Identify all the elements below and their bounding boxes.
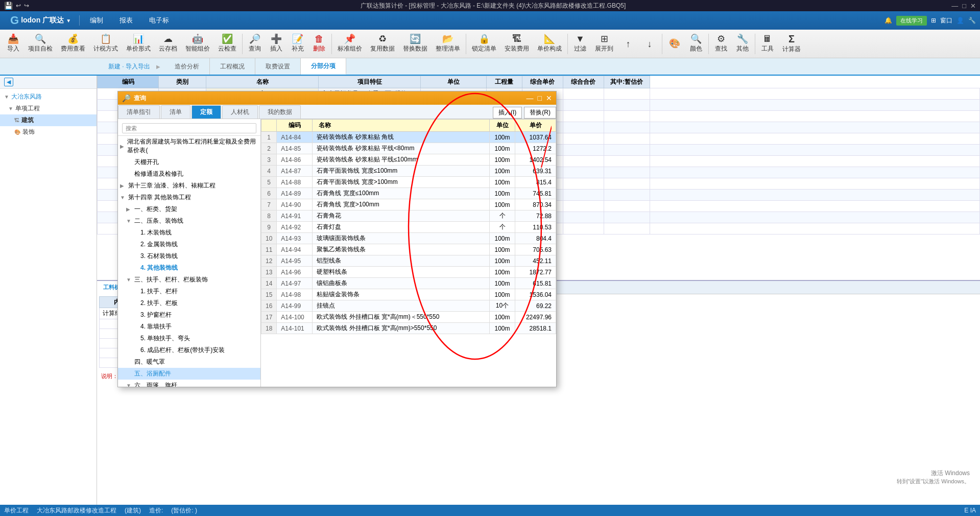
other-btn[interactable]: ⚙ 查找 [711, 32, 731, 56]
reuse-data-btn[interactable]: ♻ 复用数据 [367, 32, 398, 56]
dialog-tree-item[interactable]: 五、浴厕配件 [118, 368, 260, 380]
logo-dropdown[interactable]: ▼ [66, 18, 71, 24]
dialog-tree-item[interactable]: ▼ 三、扶手、栏杆、栏板装饰 [118, 274, 260, 286]
dialog-table-row[interactable]: 3 A14-86 瓷砖装饰线条 砂浆粘贴 平线≤100mm 100m 1402.… [261, 154, 556, 166]
dialog-tree-item[interactable]: 2. 扶手、栏板 [118, 297, 260, 309]
dialog-table-row[interactable]: 13 A14-96 硬塑料线条 100m 1872.77 [261, 267, 556, 278]
tools-btn[interactable]: 🔧 其他 [732, 32, 753, 56]
unit-compose-btn[interactable]: 📐 单价构成 [534, 32, 565, 56]
window-menu[interactable]: 窗口 [940, 16, 952, 25]
dialog-table-row[interactable]: 15 A14-98 粘贴镶金装饰条 100m 1536.04 [261, 289, 556, 300]
tree-item-construction[interactable]: 🏗 建筑 [0, 114, 97, 126]
dialog-tab-guide[interactable]: 清单指引 [118, 105, 160, 119]
dialog-tree-item[interactable]: 天棚开孔 [118, 156, 260, 168]
dialog-table-row[interactable]: 8 A14-91 石膏角花 个 72.88 [261, 210, 556, 222]
dialog-table-row[interactable]: 2 A14-85 瓷砖装饰线条 砂浆粘贴 平线<80mm 100m 1272.2 [261, 143, 556, 154]
standard-group-btn[interactable]: 📌 标准组价 [334, 32, 366, 56]
dialog-replace-btn[interactable]: 替换(R) [524, 107, 556, 119]
dialog-tab-mydata[interactable]: 我的数据 [259, 105, 301, 119]
dialog-tab-quota[interactable]: 定额 [192, 105, 221, 119]
cloud-check-btn[interactable]: ✅ 云检查 [214, 32, 240, 56]
tab-sections[interactable]: 分部分项 [301, 58, 346, 75]
lock-btn[interactable]: 🔒 锁定清单 [468, 32, 500, 56]
menu-compile[interactable]: 编制 [82, 13, 111, 28]
tax-btn[interactable]: 📋 计税方式 [90, 32, 122, 56]
dialog-table-row[interactable]: 18 A14-101 欧式装饰线 外挂槽口板 宽*高(mm)>550*550 1… [261, 323, 556, 334]
organize-btn[interactable]: 📂 整理清单 [432, 32, 464, 56]
dialog-tree-item[interactable]: 6. 成品栏杆、栏板(带扶手)安装 [118, 344, 260, 356]
move-up-btn[interactable]: ↑ [618, 37, 638, 51]
maximize-btn[interactable]: □ [962, 2, 966, 10]
dialog-table-row[interactable]: 10 A14-93 玻璃镶面装饰线条 100m 804.4 [261, 233, 556, 244]
dialog-table-row[interactable]: 1 A14-84 瓷砖装饰线条 砂浆粘贴 角线 100m 1037.64 [261, 132, 556, 143]
dialog-tree-item[interactable]: 1. 扶手、栏杆 [118, 286, 260, 297]
dialog-table-row[interactable]: 11 A14-94 聚氯乙烯装饰线条 100m 705.63 [261, 244, 556, 255]
menu-electronic[interactable]: 电子标 [141, 13, 177, 28]
supplement-btn[interactable]: 📝 补充 [288, 32, 308, 56]
dialog-min-btn[interactable]: — [527, 94, 534, 102]
dialog-table-row[interactable]: 6 A14-89 石膏角线 宽度≤100mm 100m 745.81 [261, 188, 556, 199]
tab-project-overview[interactable]: 工程概况 [210, 58, 255, 75]
tree-item-decoration[interactable]: 🎨 装饰 [0, 126, 97, 138]
title-bar-undo[interactable]: ↩ [16, 2, 21, 9]
dialog-tree-item[interactable]: 5. 单独扶手、弯头 [118, 333, 260, 344]
insert-btn[interactable]: ➕ 插入 [266, 32, 286, 56]
import-btn[interactable]: 📥 导入 [3, 32, 23, 56]
dialog-table-row[interactable]: 12 A14-95 铝型线条 100m 452.11 [261, 255, 556, 267]
user-icon[interactable]: 👤 [957, 17, 964, 24]
tree-item-single[interactable]: ▼ 单项工程 [0, 103, 97, 114]
move-down-btn[interactable]: ↓ [639, 37, 660, 51]
dialog-tree-item[interactable]: 四、暖气罩 [118, 356, 260, 368]
dialog-tree-item[interactable]: ▼ 二、压条、装饰线 [118, 215, 260, 227]
dialog-table-row[interactable]: 17 A14-100 欧式装饰线 外挂槽口板 宽*高(mm)＜550*550 1… [261, 312, 556, 323]
dialog-tree-item[interactable]: ▶ 第十三章 油漆、涂料、裱糊工程 [118, 180, 260, 192]
color-btn[interactable]: 🎨 [664, 36, 685, 52]
dialog-close-btn[interactable]: ✕ [546, 94, 552, 102]
tab-price-analysis[interactable]: 造价分析 [164, 58, 210, 75]
close-btn[interactable]: ✕ [970, 2, 976, 10]
dialog-tree-item[interactable]: ▶ 一、柜类、货架 [118, 203, 260, 215]
install-fee-btn[interactable]: 🏗 安装费用 [501, 32, 533, 56]
title-bar-redo[interactable]: ↪ [24, 2, 29, 9]
tab-fee-settings[interactable]: 取费设置 [255, 58, 301, 75]
dialog-search-input[interactable] [122, 123, 256, 133]
dialog-tree-item[interactable]: ▼ 六、雨篷、旗杆 [118, 380, 260, 387]
smart-group-btn[interactable]: 🤖 智能组价 [182, 32, 213, 56]
find-btn[interactable]: 🔍 颜色 [686, 32, 706, 56]
dialog-insert-btn[interactable]: 插入(I) [493, 107, 522, 119]
self-check-btn[interactable]: 🔍 项目自检 [25, 32, 56, 56]
dialog-table-row[interactable]: 5 A14-88 石膏平面装饰线 宽度>100mm 100m 815.4 [261, 177, 556, 188]
dialog-tree-item[interactable]: 3. 护窗栏杆 [118, 309, 260, 321]
dialog-tab-list[interactable]: 清单 [161, 105, 190, 119]
dialog-tree-item[interactable]: 2. 金属装饰线 [118, 239, 260, 250]
menu-report[interactable]: 报表 [111, 13, 141, 28]
delete-btn[interactable]: 🗑 删除 [309, 32, 329, 56]
dialog-table-row[interactable]: 16 A14-99 挂镜点 10个 69.22 [261, 300, 556, 312]
tree-item-daye[interactable]: ▼ 大冶东风路 [0, 91, 97, 103]
minimize-btn[interactable]: — [951, 2, 958, 10]
dialog-table-row[interactable]: 14 A14-97 镶铝曲板条 100m 615.81 [261, 278, 556, 289]
unit-price-btn[interactable]: 📊 单价形式 [123, 32, 154, 56]
dialog-tree-item[interactable]: 4. 其他装饰线 [118, 262, 260, 274]
dialog-max-btn[interactable]: □ [538, 94, 542, 102]
fee-check-btn[interactable]: 💰 费用查看 [57, 32, 89, 56]
dialog-tab-labor[interactable]: 人材机 [222, 105, 258, 119]
dialog-table-row[interactable]: 4 A14-87 石膏平面装饰线 宽度≤100mm 100m 639.31 [261, 166, 556, 177]
dialog-tree-item[interactable]: ▶ 湖北省房屋建筑与装饰工程消耗量定额及全费用基价表( [118, 136, 260, 156]
dialog-table-row[interactable]: 9 A14-92 石膏灯盘 个 110.53 [261, 222, 556, 233]
dialog-tree-item[interactable]: 检修通道及检修孔 [118, 168, 260, 180]
query-btn[interactable]: 🔎 查询 [245, 32, 265, 56]
collapse-sidebar-btn[interactable]: ◀ [4, 78, 13, 86]
dialog-table-row[interactable]: 7 A14-90 石膏角线 宽度>100mm 100m 870.34 [261, 199, 556, 210]
dialog-tree-item[interactable]: 3. 石材装饰线 [118, 250, 260, 262]
new-btn[interactable]: 新建 · 导入导出 [102, 59, 156, 74]
filter-btn[interactable]: ▼ 过滤 [570, 32, 590, 56]
expand-btn[interactable]: ⊞ 展开到 [591, 32, 617, 56]
grid-icon[interactable]: ⊞ [931, 17, 936, 24]
calculator-btn[interactable]: 🖩 工具 [757, 32, 778, 56]
dialog-tree-item[interactable]: 1. 木装饰线 [118, 227, 260, 239]
settings-icon[interactable]: 🔧 [968, 17, 976, 24]
replace-data-btn[interactable]: 🔄 替换数据 [399, 32, 431, 56]
dialog-tree-item[interactable]: 4. 靠墙扶手 [118, 321, 260, 333]
sum-btn[interactable]: Σ 计算器 [779, 31, 804, 56]
